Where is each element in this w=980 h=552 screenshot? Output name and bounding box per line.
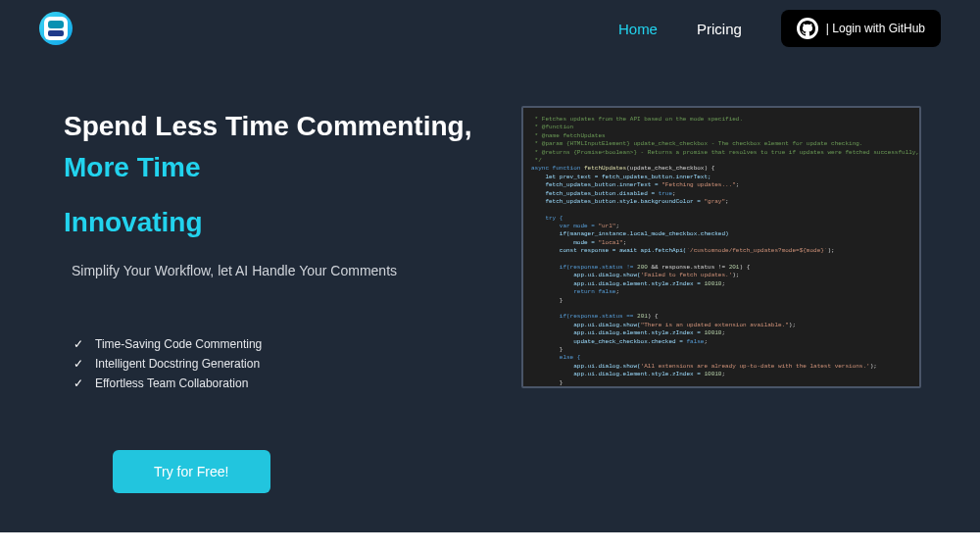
hero-title-accent1: More Time	[64, 152, 201, 182]
github-login-button[interactable]: | Login with GitHub	[781, 10, 941, 47]
code-line: * @function	[531, 124, 911, 131]
code-line: fetch_updates_button.disabled = true;	[531, 190, 911, 198]
code-line: */	[531, 157, 911, 165]
code-line: let prev_text = fetch_updates_button.inn…	[531, 174, 911, 181]
hero-preview: * Fetches updates from the API based on …	[521, 106, 921, 493]
code-line: update_check_checkbox.checked = false;	[531, 338, 911, 346]
checkmark-icon: ✓	[74, 337, 83, 351]
nav-pricing[interactable]: Pricing	[697, 21, 742, 37]
nav-home[interactable]: Home	[618, 21, 658, 37]
code-line: if(response.status == 201) {	[531, 313, 911, 321]
hero-section: Spend Less Time Commenting, More Time In…	[0, 57, 980, 532]
feature-item: ✓ Time-Saving Code Commenting	[74, 337, 492, 351]
code-line: app.ui.dialog.show("There is an updated …	[531, 322, 911, 329]
code-line: async function fetchUpdates(update_check…	[531, 165, 911, 173]
checkmark-icon: ✓	[74, 357, 83, 371]
feature-item: ✓ Intelligent Docstring Generation	[74, 357, 492, 371]
code-line: app.ui.dialog.element.style.zIndex = 100…	[531, 280, 911, 288]
code-line: app.ui.dialog.show('All extensions are a…	[531, 363, 911, 371]
code-line: mode = "local";	[531, 239, 911, 247]
code-line: const response = await api.fetchApi(`/cu…	[531, 247, 911, 255]
code-line: else {	[531, 354, 911, 362]
feature-label: Effortless Team Collaboration	[95, 376, 248, 390]
nav: Home Pricing | Login with GitHub	[618, 10, 941, 47]
checkmark-icon: ✓	[74, 376, 83, 390]
code-line: app.ui.dialog.show('Failed to fetch upda…	[531, 272, 911, 279]
github-icon	[797, 18, 818, 39]
code-line: }	[531, 346, 911, 354]
feature-item: ✓ Effortless Team Collaboration	[74, 376, 492, 390]
hero-title-accent2: Innovating	[64, 202, 203, 243]
hero-content: Spend Less Time Commenting, More Time In…	[64, 106, 492, 493]
pricing-section: Basic Premium	[0, 532, 980, 552]
hero-subtitle: Simplify Your Workflow, let AI Handle Yo…	[64, 263, 492, 278]
code-line	[531, 387, 911, 388]
logo[interactable]	[39, 12, 73, 45]
code-line: * Fetches updates from the API based on …	[531, 116, 911, 124]
logo-icon	[44, 17, 68, 40]
code-line: }	[531, 297, 911, 305]
try-free-button[interactable]: Try for Free!	[113, 450, 270, 493]
code-line: * @param {HTMLInputElement} update_check…	[531, 140, 911, 148]
code-line	[531, 206, 911, 214]
code-editor-preview: * Fetches updates from the API based on …	[521, 106, 921, 388]
code-line	[531, 256, 911, 264]
hero-title-part1: Spend Less Time Commenting,	[64, 111, 471, 141]
github-login-label: | Login with GitHub	[826, 22, 925, 35]
code-line: * @name fetchUpdates	[531, 132, 911, 140]
hero-title: Spend Less Time Commenting, More Time In…	[64, 106, 492, 243]
code-line: if(response.status != 200 && response.st…	[531, 264, 911, 272]
code-line: fetch_updates_button.style.backgroundCol…	[531, 198, 911, 206]
code-line: return false;	[531, 288, 911, 296]
code-line	[531, 305, 911, 313]
code-line: app.ui.dialog.element.style.zIndex = 100…	[531, 371, 911, 378]
feature-label: Intelligent Docstring Generation	[95, 357, 260, 371]
code-line: if(manager_instance.local_mode_checkbox.…	[531, 230, 911, 238]
features-list: ✓ Time-Saving Code Commenting ✓ Intellig…	[64, 337, 492, 390]
code-line: app.ui.dialog.element.style.zIndex = 100…	[531, 329, 911, 337]
code-line: }	[531, 379, 911, 387]
header: Home Pricing | Login with GitHub	[0, 0, 980, 57]
code-line: * @returns {Promise<boolean>} - Returns …	[531, 149, 911, 157]
feature-label: Time-Saving Code Commenting	[95, 337, 262, 351]
code-line: fetch_updates_button.innerText = "Fetchi…	[531, 181, 911, 189]
code-line: try {	[531, 215, 911, 223]
code-line: var mode = "url";	[531, 223, 911, 230]
